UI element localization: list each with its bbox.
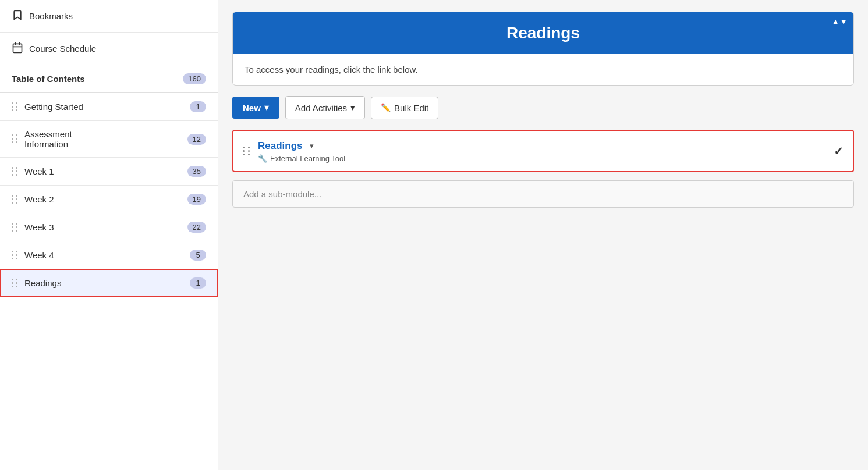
add-activities-label: Add Activities (295, 103, 347, 113)
checkmark-icon: ✓ (834, 144, 844, 158)
activity-subtitle: External Learning Tool (270, 154, 345, 163)
sidebar-item-label: Week 3 (24, 222, 54, 232)
main-content: ▲▼ Readings To access your readings, cli… (218, 0, 868, 470)
item-count-badge: 5 (190, 250, 206, 261)
content-description: To access your readings, click the link … (233, 54, 853, 85)
pencil-icon: ✏️ (381, 103, 391, 112)
sidebar-item-label: Week 2 (24, 194, 54, 204)
bookmarks-icon (12, 9, 23, 23)
tool-icon: 🔧 (258, 154, 267, 163)
activity-drag-handle-icon (243, 147, 251, 156)
toc-label: Table of Contents (12, 74, 85, 84)
sidebar-item-bookmarks[interactable]: Bookmarks (0, 0, 218, 33)
content-title: Readings (506, 24, 580, 42)
sidebar-item-course-schedule[interactable]: Course Schedule (0, 33, 218, 65)
drag-handle-icon (12, 223, 19, 232)
sidebar-item-week-3[interactable]: Week 3 22 (0, 213, 218, 241)
toc-header: Table of Contents 160 (0, 65, 218, 93)
item-count-badge: 1 (190, 277, 206, 289)
item-count-badge: 12 (187, 134, 206, 145)
sort-arrows-icon[interactable]: ▲▼ (831, 17, 848, 26)
new-chevron-icon: ▾ (264, 102, 269, 113)
calendar-icon (12, 42, 23, 55)
drag-handle-icon (12, 195, 19, 204)
bulk-edit-button[interactable]: ✏️ Bulk Edit (371, 97, 438, 119)
drag-handle-icon (12, 279, 19, 288)
sidebar-item-label: Week 1 (24, 166, 54, 176)
new-button-label: New (243, 103, 261, 113)
readings-content-card: ▲▼ Readings To access your readings, cli… (232, 12, 854, 86)
sidebar-item-readings[interactable]: Readings 1 (0, 269, 218, 297)
item-count-badge: 1 (190, 101, 206, 112)
bookmarks-label: Bookmarks (29, 11, 73, 21)
toolbar: New ▾ Add Activities ▾ ✏️ Bulk Edit (232, 96, 854, 119)
bulk-edit-label: Bulk Edit (394, 103, 428, 113)
submodule-placeholder: Add a sub-module... (243, 189, 321, 199)
sidebar-item-week-2[interactable]: Week 2 19 (0, 186, 218, 213)
sidebar-item-label: Readings (24, 278, 61, 288)
add-activities-chevron-icon: ▾ (350, 102, 355, 113)
sidebar-item-label: AssessmentInformation (24, 129, 72, 149)
content-header: ▲▼ Readings (233, 12, 853, 54)
sidebar-item-assessment-information[interactable]: AssessmentInformation 12 (0, 121, 218, 158)
item-count-badge: 22 (187, 222, 206, 233)
sidebar-item-week-1[interactable]: Week 1 35 (0, 158, 218, 186)
new-button[interactable]: New ▾ (232, 97, 279, 119)
add-activities-button[interactable]: Add Activities ▾ (285, 96, 365, 119)
toc-count-badge: 160 (183, 73, 206, 84)
sidebar-item-label: Getting Started (24, 102, 83, 112)
drag-handle-icon (12, 102, 19, 112)
add-submodule-button[interactable]: Add a sub-module... (232, 180, 854, 208)
drag-handle-icon (12, 167, 19, 176)
drag-handle-icon (12, 251, 19, 260)
sidebar-item-getting-started[interactable]: Getting Started 1 (0, 93, 218, 121)
item-count-badge: 35 (187, 166, 206, 177)
sidebar: Bookmarks Course Schedule Table of Conte… (0, 0, 218, 470)
item-count-badge: 19 (187, 194, 206, 205)
activity-title-link[interactable]: Readings (258, 140, 303, 152)
sidebar-item-week-4[interactable]: Week 4 5 (0, 241, 218, 269)
svg-rect-0 (13, 44, 22, 52)
course-schedule-label: Course Schedule (29, 44, 96, 54)
activity-chevron-icon[interactable]: ▾ (307, 139, 316, 152)
activity-card-readings: Readings ▾ 🔧 External Learning Tool ✓ (232, 130, 854, 172)
sidebar-item-label: Week 4 (24, 250, 54, 260)
drag-handle-icon (12, 134, 19, 144)
